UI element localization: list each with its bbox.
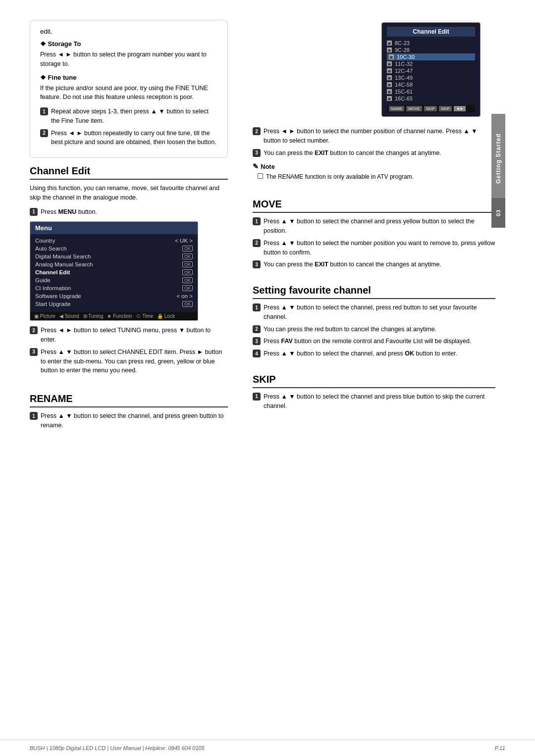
- step-number-f1: 1: [253, 303, 261, 311]
- side-tab-number: 03: [491, 198, 505, 228]
- step-number-f2: 2: [253, 325, 261, 333]
- channel-edit-footer: NAME MOVE SKIP SKIP ◄►: [387, 105, 475, 112]
- setting-fav-title: Setting favourite channel: [253, 285, 495, 299]
- channel-edit-step-1: 1 Press MENU button.: [30, 207, 228, 217]
- menu-row-autosearch: Auto SearchOK: [35, 245, 193, 252]
- rename-step-1: 1 Press ▲ ▼ button to select the channel…: [30, 411, 228, 430]
- checkbox-icon: [258, 173, 263, 179]
- edit-text: edit.: [40, 28, 217, 35]
- note-section: ✎ Note The RENAME function is only avail…: [253, 162, 495, 181]
- menu-row-digitalmanualsearch: Digital Manual SearchOK: [35, 252, 193, 260]
- channel-edit-title: Channel Edit: [30, 165, 228, 180]
- move-step-1: 1 Press ▲ ▼ button to select the channel…: [253, 217, 495, 236]
- step-number-1: 1: [40, 107, 48, 115]
- menu-row-channeledit: Channel EditOK: [35, 268, 193, 276]
- move-step-2: 2 Press ▲ ▼ button to select the number …: [253, 239, 495, 257]
- menu-row-softwareupgrade: Software Upgrade< on >: [35, 292, 193, 300]
- step-number-r1: 1: [30, 412, 38, 420]
- step-number-ce3: 3: [30, 348, 38, 356]
- menu-box: Menu Country< UK > Auto SearchOK Digital…: [30, 221, 198, 321]
- rename-right-step-1: 2 Press ◄ ► button to select the number …: [253, 127, 495, 146]
- ce-btn-skip2: SKIP: [439, 106, 452, 111]
- menu-row-ciinfo: CI InformationOK: [35, 284, 193, 292]
- channel-edit-step-3: 3 Press ▲ ▼ button to select CHANNEL EDI…: [30, 348, 228, 375]
- note-title: ✎ Note: [253, 162, 495, 170]
- move-title: MOVE: [253, 199, 495, 213]
- fine-tune-title: ❖ Fine tune: [40, 74, 217, 81]
- rename-title: RENAME: [30, 393, 228, 407]
- channel-edit-image-title: Channel Edit: [387, 27, 475, 37]
- menu-row-analogmanualsearch: Analog Manual SearchOK: [35, 260, 193, 268]
- menu-header: Menu: [30, 222, 198, 234]
- menu-items: Country< UK > Auto SearchOK Digital Manu…: [30, 234, 198, 312]
- ce-btn-arrow: ◄►: [454, 106, 466, 111]
- menu-row-guide: GuideOK: [35, 276, 193, 284]
- channel-row-1: ▣ 8C-23: [387, 40, 475, 47]
- channel-row-8: ▣ 15C-61: [387, 88, 475, 95]
- fav-step-1: 1 Press ▲ ▼ button to select the channel…: [253, 303, 495, 322]
- storage-to-body: Press ◄ ► button to select the program n…: [40, 50, 217, 69]
- fav-step-3: 3 Press FAV button on the remote control…: [253, 337, 495, 346]
- step-number-m3: 3: [253, 260, 261, 268]
- channel-row-2: ▣ 9C-28: [387, 47, 475, 53]
- footer-left: BUSH | 1080p Digital LED LCD | User Manu…: [30, 745, 205, 751]
- fine-tune-step-2: 2 Press ◄ ► button repeatedly to carry o…: [40, 129, 217, 148]
- step-number-rr2: 3: [253, 149, 261, 157]
- fav-step-2: 2 You can press the red button to cancel…: [253, 325, 495, 334]
- step-number-rr1: 2: [253, 127, 261, 135]
- step-number-m2: 2: [253, 239, 261, 247]
- skip-title: SKIP: [253, 374, 495, 388]
- storage-to-title: ❖ Storage To: [40, 40, 217, 48]
- fine-tune-body: If the picture and/or sound are poor, tr…: [40, 84, 217, 102]
- footer-right: P.11: [495, 745, 505, 751]
- channel-row-6: ▣ 13C-49: [387, 74, 475, 81]
- ce-btn-skip1: SKIP: [424, 106, 437, 111]
- move-step-3: 3 You can press the EXIT button to cance…: [253, 260, 495, 269]
- note-icon: ✎: [253, 162, 259, 170]
- step-number-ce2: 2: [30, 326, 38, 334]
- footer: BUSH | 1080p Digital LED LCD | User Manu…: [0, 740, 535, 756]
- step-number-ce1: 1: [30, 208, 38, 216]
- menu-row-startupgrade: Start UpgradeOK: [35, 300, 193, 308]
- fine-tune-step-1: 1 Repeat above steps 1-3, then press ▲ ▼…: [40, 107, 217, 126]
- channel-row-9: ▣ 16C-65: [387, 95, 475, 102]
- channel-row-7: ▣ 14C-58: [387, 81, 475, 88]
- note-item-1: The RENAME function is only available in…: [258, 172, 495, 181]
- channel-edit-desc: Using this function, you can rename, mov…: [30, 184, 228, 202]
- menu-row-country: Country< UK >: [35, 237, 193, 245]
- ce-btn-name: NAME: [389, 106, 404, 111]
- channel-row-4: ▣ 11C-32: [387, 60, 475, 67]
- channel-row-3: ▣ 10C-30: [387, 53, 475, 60]
- step-number-f3: 3: [253, 337, 261, 345]
- ce-btn-move: MOVE: [406, 106, 422, 111]
- side-tab-getting-started: Getting Started: [491, 114, 505, 203]
- menu-footer: ▣ Picture ◀ Sound ⊞ Tuning ★ Function ⏲ …: [30, 312, 198, 320]
- step-number-f4: 4: [253, 350, 261, 357]
- rename-right-step-2: 3 You can press the EXIT button to cance…: [253, 149, 495, 158]
- fav-step-4: 4 Press ▲ ▼ button to select the channel…: [253, 349, 495, 358]
- step-number-2: 2: [40, 129, 48, 137]
- step-number-m1: 1: [253, 217, 261, 225]
- skip-step-1: 1 Press ▲ ▼ button to select the channel…: [253, 392, 495, 411]
- step-number-s1: 1: [253, 393, 261, 401]
- channel-row-5: ▣ 12C-47: [387, 67, 475, 74]
- channel-edit-step-2: 2 Press ◄ ► button to select TUNING menu…: [30, 326, 228, 345]
- channel-edit-image: Channel Edit ▣ 8C-23 ▣ 9C-28 ▣ 10C-30 ▣ …: [381, 22, 481, 117]
